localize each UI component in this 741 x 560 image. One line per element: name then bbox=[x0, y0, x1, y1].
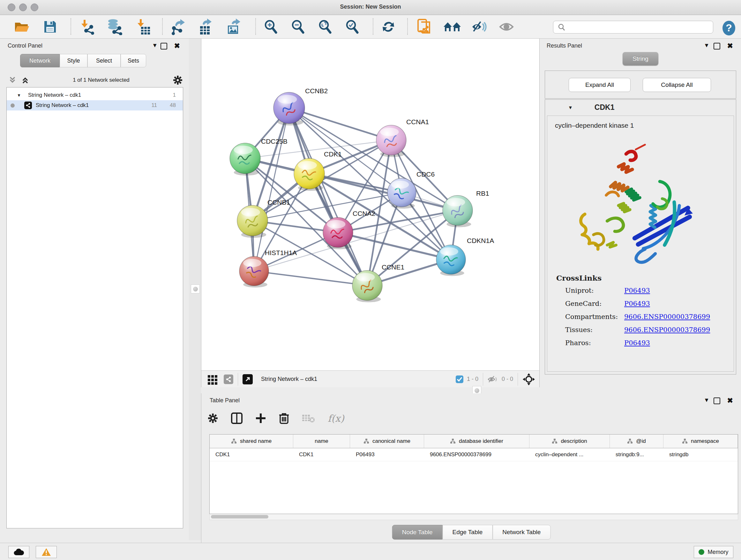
scrollbar-thumb[interactable] bbox=[211, 515, 268, 518]
tab-edge-table[interactable]: Edge Table bbox=[443, 525, 493, 540]
import-network-button[interactable] bbox=[77, 17, 96, 36]
selected-checkbox-icon[interactable] bbox=[455, 375, 464, 383]
collapse-all-button[interactable]: Collapse All bbox=[643, 78, 711, 92]
tab-network[interactable]: Network bbox=[20, 54, 60, 67]
tab-style[interactable]: Style bbox=[60, 54, 87, 67]
table-cell[interactable]: 9606.ENSP00000378699 bbox=[424, 448, 529, 461]
network-node-CDK1[interactable]: CDK1 bbox=[294, 150, 342, 191]
zoom-out-button[interactable] bbox=[289, 17, 307, 36]
search-field[interactable] bbox=[553, 21, 713, 34]
network-view[interactable]: CCNB2CCNA1CDC25BCDK1CDC6RB1CCNB1CCNA2CDK… bbox=[201, 39, 540, 370]
panel-close-icon[interactable]: ✖ bbox=[727, 397, 733, 404]
tab-node-table[interactable]: Node Table bbox=[392, 525, 443, 540]
network-edge bbox=[254, 271, 367, 286]
table-cell[interactable]: CDK1 bbox=[210, 448, 293, 461]
crosslink-link[interactable]: P06493 bbox=[624, 339, 650, 347]
tree-expander-icon[interactable]: ▼ bbox=[17, 93, 21, 98]
column-header-shared-name[interactable]: shared name bbox=[210, 435, 293, 448]
memory-button[interactable]: Memory bbox=[694, 546, 733, 558]
search-input[interactable] bbox=[568, 22, 713, 32]
tab-sets[interactable]: Sets bbox=[121, 54, 146, 67]
column-header-database-identifier[interactable]: database identifier bbox=[424, 435, 529, 448]
apply-layout-button[interactable] bbox=[379, 17, 398, 36]
add-column-icon[interactable] bbox=[255, 413, 266, 424]
save-session-button[interactable] bbox=[41, 17, 59, 36]
left-splitter-handle[interactable] bbox=[191, 285, 200, 294]
network-from-selection-button[interactable] bbox=[415, 17, 433, 36]
table-splitter[interactable] bbox=[201, 387, 741, 393]
panel-float-icon[interactable] bbox=[160, 43, 167, 50]
table-options-gear-icon[interactable] bbox=[207, 413, 219, 424]
export-image-button[interactable] bbox=[224, 17, 243, 36]
network-collection-row[interactable]: ▼ String Network – cdk1 1 bbox=[7, 90, 183, 100]
network-node-CCNB2[interactable]: CCNB2 bbox=[273, 87, 328, 125]
column-header--id[interactable]: @id bbox=[610, 435, 664, 448]
crosslink-link[interactable]: P06493 bbox=[624, 300, 650, 307]
tab-network-table[interactable]: Network Table bbox=[492, 525, 550, 540]
zoom-selected-button[interactable] bbox=[343, 17, 361, 36]
table-cell[interactable]: CDK1 bbox=[293, 448, 350, 461]
expand-all-button[interactable]: Expand All bbox=[569, 78, 630, 92]
cloud-status-button[interactable] bbox=[8, 546, 29, 558]
home-view-button[interactable] bbox=[443, 17, 461, 36]
import-table-button[interactable] bbox=[134, 17, 152, 36]
crosslink-link[interactable]: 9606.ENSP00000378699 bbox=[624, 326, 710, 334]
hide-selected-button[interactable] bbox=[470, 17, 488, 36]
panel-close-icon[interactable]: ✖ bbox=[174, 43, 180, 50]
panel-float-icon[interactable] bbox=[714, 43, 720, 50]
collapse-all-icon[interactable] bbox=[8, 76, 17, 84]
center-view-crosshair-icon[interactable] bbox=[522, 373, 535, 386]
network-selection-bar: 1 of 1 Network selected bbox=[0, 73, 189, 87]
show-columns-icon[interactable] bbox=[231, 412, 243, 424]
database-import-icon bbox=[106, 18, 123, 35]
import-network-from-database-button[interactable] bbox=[105, 17, 124, 36]
table-cell[interactable]: stringdb bbox=[664, 448, 738, 461]
network-canvas[interactable]: CCNB2CCNA1CDC25BCDK1CDC6RB1CCNB1CCNA2CDK… bbox=[201, 39, 540, 370]
export-network-button[interactable] bbox=[169, 17, 187, 36]
panel-float-icon[interactable] bbox=[714, 397, 720, 404]
column-header-canonical-name[interactable]: canonical name bbox=[350, 435, 424, 448]
network-node-CCNB1[interactable]: CCNB1 bbox=[237, 199, 290, 238]
table-cell[interactable]: P06493 bbox=[350, 448, 424, 461]
crosslink-link[interactable]: 9606.ENSP00000378699 bbox=[624, 313, 710, 320]
panel-menu-icon[interactable]: ▼ bbox=[704, 43, 710, 48]
column-header-name[interactable]: name bbox=[293, 435, 350, 448]
tab-select[interactable]: Select bbox=[87, 54, 121, 67]
network-node-CDKN1A[interactable]: CDKN1A bbox=[436, 237, 494, 276]
left-splitter[interactable] bbox=[189, 39, 201, 540]
network-edge bbox=[289, 108, 391, 140]
crosslink-link[interactable]: P06493 bbox=[624, 287, 650, 294]
show-hidden-button[interactable] bbox=[497, 17, 516, 36]
toolbar-separator bbox=[483, 373, 483, 386]
open-session-button[interactable] bbox=[13, 17, 31, 36]
birdseye-grid-icon[interactable] bbox=[207, 374, 218, 385]
table-horizontal-scrollbar[interactable] bbox=[209, 514, 738, 520]
crosslink-label: GeneCard: bbox=[565, 300, 624, 307]
zoom-in-button[interactable] bbox=[262, 17, 280, 36]
warnings-button[interactable] bbox=[36, 546, 57, 558]
tab-string[interactable]: String bbox=[623, 52, 658, 65]
results-panel: Results Panel ▼ ✖ String Expand All Coll… bbox=[539, 39, 741, 387]
gene-entry-header[interactable]: ▼ CDK1 bbox=[545, 100, 736, 115]
network-node-HIST1H1A[interactable]: HIST1H1A bbox=[239, 249, 297, 288]
open-in-new-window-icon[interactable] bbox=[243, 374, 253, 384]
export-table-button[interactable] bbox=[197, 17, 215, 36]
hidden-eye-icon[interactable] bbox=[488, 375, 498, 383]
table-row[interactable]: CDK1CDK1P064939606.ENSP00000378699cyclin… bbox=[210, 448, 738, 461]
network-options-gear-icon[interactable] bbox=[172, 75, 183, 85]
panel-close-icon[interactable]: ✖ bbox=[727, 43, 733, 50]
column-header-namespace[interactable]: namespace bbox=[664, 435, 738, 448]
table-cell[interactable]: stringdb:9... bbox=[610, 448, 664, 461]
column-header-description[interactable]: description bbox=[529, 435, 610, 448]
network-share-icon[interactable] bbox=[224, 374, 233, 384]
panel-menu-icon[interactable]: ▼ bbox=[704, 397, 710, 403]
help-button[interactable]: ? bbox=[720, 19, 738, 37]
zoom-fit-button[interactable] bbox=[316, 17, 334, 36]
entry-expander-icon[interactable]: ▼ bbox=[568, 105, 573, 110]
network-node-RB1[interactable]: RB1 bbox=[443, 190, 489, 227]
network-row[interactable]: String Network – cdk1 11 48 bbox=[7, 100, 183, 111]
table-cell[interactable]: cyclin–dependent ... bbox=[529, 448, 610, 461]
expand-all-icon[interactable] bbox=[20, 76, 30, 84]
panel-menu-icon[interactable]: ▼ bbox=[152, 43, 158, 48]
delete-column-trash-icon[interactable] bbox=[279, 412, 289, 424]
